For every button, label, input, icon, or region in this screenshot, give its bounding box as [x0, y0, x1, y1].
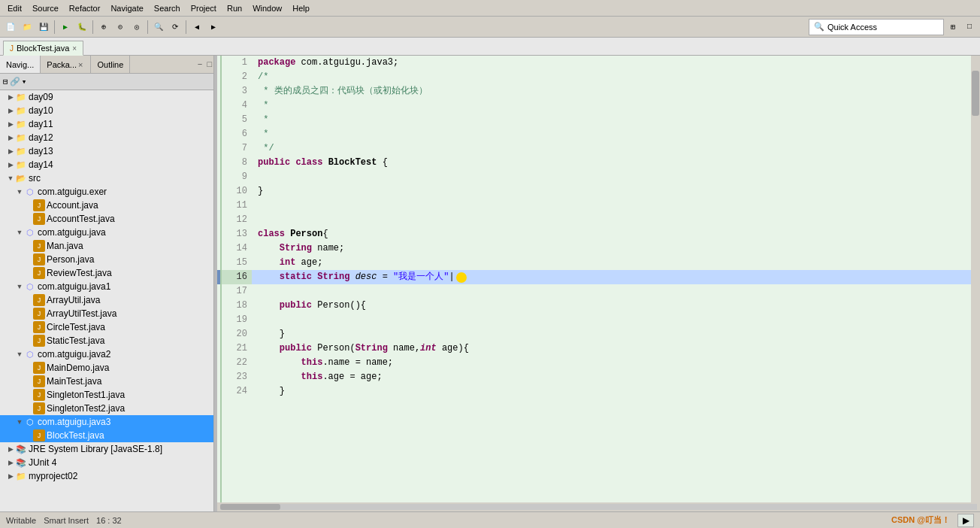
menu-window[interactable]: Window [248, 2, 286, 14]
tree-item-arrayutiltest-java[interactable]: ▶ J ArrayUtilTest.java [0, 307, 213, 320]
menu-navigate[interactable]: Navigate [106, 2, 147, 14]
tree-item-pkg-java3[interactable]: ▼ ⬡ com.atguigu.java3 [0, 415, 213, 429]
tree-item-pkg-java2[interactable]: ▼ ⬡ com.atguigu.java2 [0, 347, 213, 361]
tree-item-singletontest2-java[interactable]: ▶ J SingletonTest2.java [0, 402, 213, 415]
expand-arrow-pkg-java3[interactable]: ▼ [15, 417, 24, 426]
menu-project[interactable]: Project [186, 2, 221, 14]
tree-item-day11[interactable]: ▶ 📁 day11 [0, 117, 213, 131]
java-icon-account: J [33, 199, 45, 211]
tree-item-account-java[interactable]: ▶ J Account.java [0, 199, 213, 212]
expand-arrow-pkg-java1[interactable]: ▼ [15, 282, 24, 291]
tree-item-circletest-java[interactable]: ▶ J CircleTest.java [0, 320, 213, 334]
gutter-row [217, 341, 220, 356]
panel-tab-outline[interactable]: Outline [91, 56, 130, 73]
toolbar-run[interactable]: ▶ [58, 20, 73, 35]
panel-minimize-btn[interactable]: − [196, 60, 204, 69]
editor-horizontal-scrollbar[interactable] [217, 502, 980, 511]
tree-item-pkg-java[interactable]: ▼ ⬡ com.atguigu.java [0, 226, 213, 239]
panel-maximize-btn[interactable]: □ [205, 60, 213, 69]
editor-tab-blocktest[interactable]: J BlockTest.java × [3, 41, 83, 56]
expand-arrow-day09[interactable]: ▶ [6, 93, 15, 102]
tree-item-statictest-java[interactable]: ▶ J StaticTest.java [0, 334, 213, 347]
java-icon-blocktest: J [33, 429, 45, 442]
toolbar-open[interactable]: 📁 [20, 20, 35, 35]
tree-item-pkg-exer[interactable]: ▼ ⬡ com.atguigu.exer [0, 185, 213, 199]
quick-access-field[interactable]: 🔍 Quick Access [809, 19, 944, 35]
close-pkg-icon[interactable]: × [77, 60, 84, 69]
tree-item-person-java[interactable]: ▶ J Person.java [0, 253, 213, 266]
tab-close-icon[interactable]: × [72, 44, 77, 53]
panel-tab-navigator[interactable]: Navig... [0, 56, 41, 73]
tree-label-circletest-java: CircleTest.java [47, 322, 105, 332]
line-num-7: 7 [222, 141, 252, 156]
expand-arrow-day11[interactable]: ▶ [6, 120, 15, 129]
tree-item-myproject02[interactable]: ▶ 📁 myproject02 [0, 469, 213, 483]
toolbar-debug[interactable]: 🐛 [74, 20, 89, 35]
java-icon-maindemo: J [33, 362, 45, 374]
panel-link-btn[interactable]: 🔗 [10, 77, 20, 86]
tree-item-day12[interactable]: ▶ 📁 day12 [0, 131, 213, 144]
tree-item-day09[interactable]: ▶ 📁 day09 [0, 90, 213, 104]
toolbar-save[interactable]: 💾 [36, 20, 51, 35]
tree-item-junit[interactable]: ▶ 📚 JUnit 4 [0, 456, 213, 469]
line-num-11: 11 [222, 199, 252, 213]
code-line-18: public Person(){ [252, 299, 971, 313]
editor-vertical-scrollbar[interactable] [971, 56, 980, 502]
toolbar-perspective[interactable]: ⊞ [945, 20, 960, 35]
tree-item-maintest-java[interactable]: ▶ J MainTest.java [0, 375, 213, 388]
tree-item-arrayutil-java[interactable]: ▶ J ArrayUtil.java [0, 293, 213, 307]
toolbar-btn5[interactable]: ◎ [129, 20, 144, 35]
menu-edit[interactable]: Edit [3, 2, 26, 14]
menu-search[interactable]: Search [150, 2, 185, 14]
code-editor[interactable]: package com.atguigu.java3; /* * 类的成员之四：代… [252, 56, 971, 502]
toolbar-btn4[interactable]: ⊙ [113, 20, 128, 35]
h-scroll-track [220, 504, 977, 510]
menu-help[interactable]: Help [288, 2, 314, 14]
menu-refactor[interactable]: Refactor [65, 2, 105, 14]
java-icon-singleton1: J [33, 389, 45, 401]
toolbar-btn3[interactable]: ⊕ [96, 20, 111, 35]
tree-item-src[interactable]: ▼ 📂 src [0, 171, 213, 185]
panel-collapse-all-btn[interactable]: ⊟ [3, 77, 8, 86]
expand-arrow-btn[interactable]: ▶ [957, 514, 974, 527]
toolbar-new[interactable]: 📄 [3, 20, 18, 35]
package-explorer-tree[interactable]: ▶ 📁 day09 ▶ 📁 day10 ▶ 📁 day11 [0, 90, 213, 511]
expand-arrow-pkg-java2[interactable]: ▼ [15, 350, 24, 359]
toolbar-next[interactable]: ▶ [206, 20, 221, 35]
menu-run[interactable]: Run [222, 2, 247, 14]
expand-arrow-day14[interactable]: ▶ [6, 160, 15, 169]
panel-filter-btn[interactable]: ▾ [22, 77, 27, 86]
code-line-8: public class BlockTest { [252, 156, 971, 170]
line-num-23: 23 [222, 370, 252, 384]
toolbar-btn6[interactable]: ⟳ [168, 20, 183, 35]
expand-arrow-src[interactable]: ▼ [6, 174, 15, 183]
tree-item-maindemo-java[interactable]: ▶ J MainDemo.java [0, 361, 213, 375]
tree-item-day14[interactable]: ▶ 📁 day14 [0, 158, 213, 171]
toolbar-maximize[interactable]: □ [962, 20, 977, 35]
tree-item-reviewtest-java[interactable]: ▶ J ReviewTest.java [0, 266, 213, 280]
expand-arrow-pkg-exer[interactable]: ▼ [15, 187, 24, 196]
toolbar-search[interactable]: 🔍 [151, 20, 166, 35]
tree-item-pkg-java1[interactable]: ▼ ⬡ com.atguigu.java1 [0, 280, 213, 293]
expand-arrow-jre[interactable]: ▶ [6, 445, 15, 454]
tree-item-jre[interactable]: ▶ 📚 JRE System Library [JavaSE-1.8] [0, 442, 213, 456]
h-scroll-thumb[interactable] [220, 504, 280, 510]
tree-item-accounttest-java[interactable]: ▶ J AccountTest.java [0, 212, 213, 226]
toolbar-prev[interactable]: ◀ [189, 20, 204, 35]
menu-source[interactable]: Source [28, 2, 63, 14]
panel-tab-package[interactable]: Packa... × [41, 56, 91, 73]
tree-item-day10[interactable]: ▶ 📁 day10 [0, 104, 213, 117]
gutter-row [217, 127, 220, 141]
tree-item-man-java[interactable]: ▶ J Man.java [0, 239, 213, 253]
expand-arrow-junit[interactable]: ▶ [6, 458, 15, 467]
tree-item-day13[interactable]: ▶ 📁 day13 [0, 144, 213, 158]
expand-arrow-day12[interactable]: ▶ [6, 133, 15, 142]
expand-arrow-day13[interactable]: ▶ [6, 147, 15, 156]
expand-arrow-day10[interactable]: ▶ [6, 106, 15, 115]
tree-item-singletontest1-java[interactable]: ▶ J SingletonTest1.java [0, 388, 213, 402]
tree-item-blocktest-java[interactable]: ▶ J BlockTest.java [0, 429, 213, 442]
folder-icon-day13: 📁 [15, 145, 27, 157]
scrollbar-thumb[interactable] [972, 71, 979, 116]
expand-arrow-myproject02[interactable]: ▶ [6, 472, 15, 481]
expand-arrow-pkg-java[interactable]: ▼ [15, 228, 24, 237]
